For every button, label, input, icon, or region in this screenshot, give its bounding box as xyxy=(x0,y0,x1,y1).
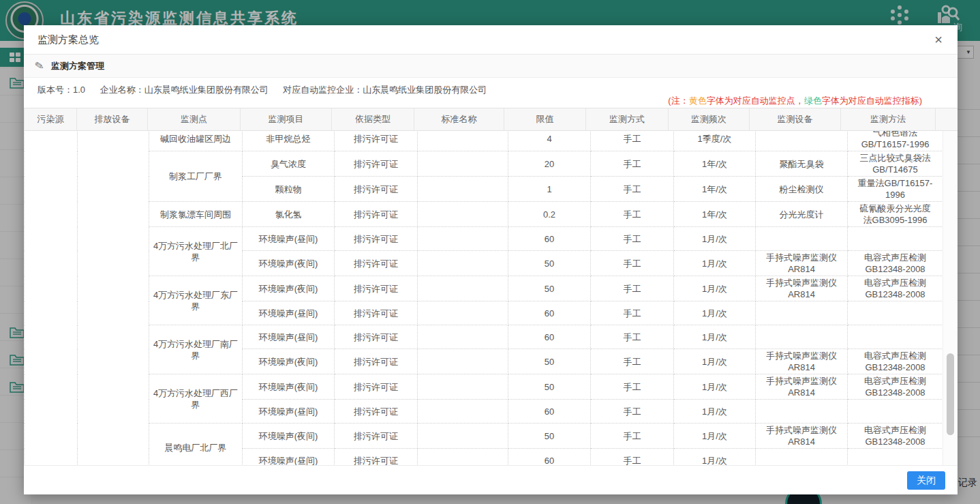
monitor-mode-cell: 手工 xyxy=(591,325,674,349)
limit-value-cell: 20 xyxy=(508,151,591,177)
modal-title: 监测方案总览 xyxy=(37,25,99,54)
standard-name-cell xyxy=(418,349,508,374)
table-body-viewport: 碱回收油罐区周边非甲烷总烃排污许可证4手工1季度/次气相色谱法 GB/T1615… xyxy=(24,131,943,465)
company-value: 山东晨鸣纸业集团股份有限公司 xyxy=(144,85,269,95)
monitor-item-cell: 环境噪声(夜间) xyxy=(243,374,335,400)
color-legend-note: (注：黄色字体为对应自动监控点，绿色字体为对应自动监控指标) xyxy=(668,95,922,107)
monitor-frequency-cell: 1月/次 xyxy=(674,424,756,449)
monitor-frequency-cell: 1年/次 xyxy=(674,177,756,202)
monitor-mode-cell: 手工 xyxy=(591,374,674,400)
version-label: 版本号： xyxy=(37,85,73,95)
standard-name-cell xyxy=(418,301,508,325)
monitor-method-cell xyxy=(848,325,943,349)
close-button[interactable]: 关闭 xyxy=(907,471,945,490)
monitor-frequency-cell: 1月/次 xyxy=(674,251,756,276)
monitor-method-cell xyxy=(848,449,943,466)
standard-name-cell xyxy=(418,325,508,349)
auto-company-value: 山东晨鸣纸业集团股份有限公司 xyxy=(363,85,487,95)
monitor-device-cell xyxy=(756,131,848,151)
basis-type-cell: 排污许可证 xyxy=(335,349,418,374)
column-header: 监测方式 xyxy=(585,108,669,130)
monitor-mode-cell: 手工 xyxy=(591,349,674,374)
limit-value-cell: 50 xyxy=(508,276,591,301)
monitor-device-cell: 聚酯无臭袋 xyxy=(756,151,848,177)
monitor-point-cell: 4万方污水处理厂东厂界 xyxy=(149,276,243,325)
monitor-item-cell: 环境噪声(昼间) xyxy=(243,301,335,325)
monitor-frequency-cell: 1年/次 xyxy=(674,202,756,227)
close-icon[interactable]: × xyxy=(930,31,947,48)
monitor-mode-cell: 手工 xyxy=(591,251,674,276)
section-bar: ✎ 监测方案管理 xyxy=(24,55,958,78)
monitor-method-cell: 电容式声压检测 GB12348-2008 xyxy=(848,276,943,301)
limit-value-cell: 60 xyxy=(508,449,591,466)
table-row: 4万方污水处理厂北厂界环境噪声(昼间)排污许可证60手工1月/次 xyxy=(25,227,943,251)
monitor-method-cell: 硫氰酸汞分光光度 法GB3095-1996 xyxy=(848,202,943,227)
scrollbar-thumb[interactable] xyxy=(947,353,954,435)
monitor-mode-cell: 手工 xyxy=(591,151,674,177)
table-row: 制浆氯漂车间周围氯化氢排污许可证0.2手工1年/次分光光度计硫氰酸汞分光光度 法… xyxy=(25,202,943,227)
monitor-device-cell: 手持式噪声监测仪 AR814 xyxy=(756,374,848,400)
monitor-item-cell: 环境噪声(昼间) xyxy=(243,449,335,466)
monitor-point-cell: 4万方污水处理厂北厂界 xyxy=(149,227,243,276)
monitor-method-cell: 重量法GB/T16157- 1996 xyxy=(848,177,943,202)
table-scrollbar[interactable] xyxy=(943,131,958,465)
standard-name-cell xyxy=(418,177,508,202)
limit-value-cell: 50 xyxy=(508,349,591,374)
monitor-frequency-cell: 1月/次 xyxy=(674,276,756,301)
limit-value-cell: 4 xyxy=(508,131,591,151)
monitor-mode-cell: 手工 xyxy=(591,276,674,301)
monitor-item-cell: 环境噪声(夜间) xyxy=(243,276,335,301)
table-row: 碱回收油罐区周边非甲烷总烃排污许可证4手工1季度/次气相色谱法 GB/T1615… xyxy=(25,131,943,151)
modal-footer: 关闭 xyxy=(24,465,958,494)
standard-name-cell xyxy=(418,374,508,400)
pen-icon: ✎ xyxy=(33,59,45,73)
column-header: 污染源 xyxy=(24,108,77,130)
section-title: 监测方案管理 xyxy=(51,55,104,77)
standard-name-cell xyxy=(418,276,508,301)
table-row: 4万方污水处理厂东厂界环境噪声(夜间)排污许可证50手工1月/次手持式噪声监测仪… xyxy=(25,276,943,301)
basis-type-cell: 排污许可证 xyxy=(335,177,418,202)
note-green-word: 绿色 xyxy=(804,95,822,106)
monitor-device-cell: 手持式噪声监测仪 AR814 xyxy=(756,276,848,301)
monitor-method-cell: 电容式声压检测 GB12348-2008 xyxy=(848,349,943,374)
standard-name-cell xyxy=(418,202,508,227)
monitor-point-cell: 碱回收油罐区周边 xyxy=(149,131,243,151)
standard-name-cell xyxy=(418,251,508,276)
monitor-item-cell: 环境噪声(昼间) xyxy=(243,400,335,424)
standard-name-cell xyxy=(418,151,508,177)
basis-type-cell: 排污许可证 xyxy=(335,374,418,400)
limit-value-cell: 1 xyxy=(508,177,591,202)
basis-type-cell: 排污许可证 xyxy=(335,251,418,276)
table-row: 制浆工厂厂界臭气浓度排污许可证20手工1年/次聚酯无臭袋三点比较式臭袋法 GB/… xyxy=(25,151,943,177)
limit-value-cell: 60 xyxy=(508,227,591,251)
monitor-device-cell xyxy=(756,400,848,424)
monitor-mode-cell: 手工 xyxy=(591,202,674,227)
monitor-item-cell: 非甲烷总烃 xyxy=(243,131,335,151)
limit-value-cell: 60 xyxy=(508,301,591,325)
monitor-frequency-cell: 1月/次 xyxy=(674,400,756,424)
column-header: 监测设备 xyxy=(749,108,841,130)
standard-name-cell xyxy=(418,131,508,151)
basis-type-cell: 排污许可证 xyxy=(335,449,418,466)
monitor-item-cell: 氯化氢 xyxy=(243,202,335,227)
standard-name-cell xyxy=(418,227,508,251)
monitor-mode-cell: 手工 xyxy=(591,424,674,449)
monitor-point-cell: 4万方污水处理厂西厂界 xyxy=(149,374,243,424)
column-header-filler xyxy=(935,108,950,130)
monitor-device-cell xyxy=(756,449,848,466)
screen: 山东省污染源监测信息共享系统 询 xyxy=(0,0,980,504)
plan-info: 版本号：1.0 企业名称：山东晨鸣纸业集团股份有限公司 对应自动监控企业：山东晨… xyxy=(37,84,487,96)
monitor-device-cell: 手持式噪声监测仪 AR814 xyxy=(756,424,848,449)
monitor-device-cell xyxy=(756,325,848,349)
column-header: 监测方法 xyxy=(840,108,936,130)
table-row: 晨鸣电厂北厂界环境噪声(夜间)排污许可证50手工1月/次手持式噪声监测仪 AR8… xyxy=(25,424,943,449)
monitor-method-cell: 电容式声压检测 GB12348-2008 xyxy=(848,374,943,400)
monitoring-table: 污染源排放设备监测点监测项目依据类型标准名称限值监测方式监测频次监测设备监测方法… xyxy=(24,108,958,465)
standard-name-cell xyxy=(418,449,508,466)
basis-type-cell: 排污许可证 xyxy=(335,227,418,251)
monitor-method-cell xyxy=(848,301,943,325)
monitor-item-cell: 颗粒物 xyxy=(243,177,335,202)
monitor-item-cell: 环境噪声(昼间) xyxy=(243,325,335,349)
monitor-device-cell xyxy=(756,227,848,251)
monitor-method-cell xyxy=(848,227,943,251)
